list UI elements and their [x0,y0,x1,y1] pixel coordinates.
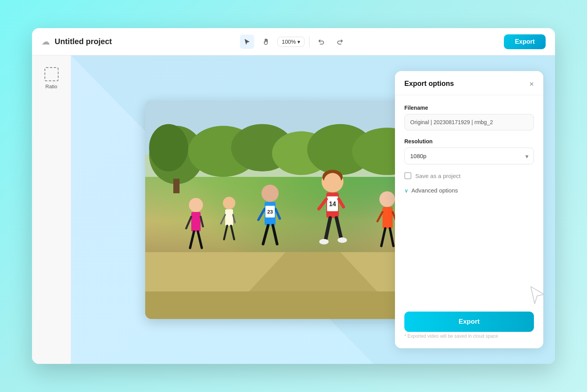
header: ☁ Untitled project 100% ▾ [32,28,555,55]
svg-line-50 [377,212,382,221]
svg-line-19 [201,217,203,226]
zoom-level: 100% [282,39,296,45]
ratio-icon [44,67,59,81]
svg-line-26 [224,226,227,239]
svg-line-18 [186,217,191,228]
svg-point-38 [324,173,341,190]
svg-rect-49 [382,207,393,228]
save-project-label: Save as a project [415,173,461,179]
svg-line-30 [258,209,265,220]
main-area: Ratio [32,55,555,364]
cloud-icon: ☁ [41,37,50,47]
svg-text:23: 23 [267,209,273,215]
redo-button[interactable] [333,35,347,49]
svg-line-31 [276,209,280,219]
project-title: Untitled project [55,37,112,46]
save-project-checkbox[interactable] [404,172,411,179]
hand-tool-button[interactable] [259,35,273,49]
svg-line-27 [231,226,234,239]
export-panel: Export options × Filename Resolution 720… [395,71,543,348]
resolution-select[interactable]: 720p 1080p 2K 4K [404,148,534,164]
resolution-field: Resolution 720p 1080p 2K 4K ▾ [404,138,534,164]
resolution-label: Resolution [404,138,534,144]
sidebar-item-label: Ratio [45,84,57,89]
svg-line-44 [326,218,330,240]
svg-line-21 [198,232,202,248]
svg-line-43 [339,199,343,207]
svg-rect-17 [191,212,201,232]
svg-point-22 [223,197,235,209]
svg-point-28 [261,185,279,202]
export-panel-header: Export options × [395,71,543,95]
undo-button[interactable] [314,35,328,49]
export-panel-button[interactable]: Export [404,312,534,332]
sidebar: Ratio [32,55,71,364]
filename-input[interactable] [404,114,534,130]
export-header-button[interactable]: Export [504,34,546,49]
svg-point-47 [338,237,347,243]
svg-line-52 [381,228,385,246]
svg-line-42 [319,199,326,209]
pointer-tool-button[interactable] [240,35,254,49]
close-export-panel-button[interactable]: × [529,80,534,88]
export-panel-body: Filename Resolution 720p 1080p 2K 4K [395,95,543,348]
chevron-down-icon: ▾ [297,39,300,45]
header-center: 100% ▾ [240,35,347,49]
svg-line-24 [221,215,225,224]
filename-label: Filename [404,105,534,111]
svg-point-16 [189,198,203,212]
svg-rect-23 [225,209,233,226]
export-note: * Exported video will be saved in cloud … [404,333,534,339]
divider [309,36,310,47]
advanced-options-row[interactable]: ∨ Advanced options [404,187,534,194]
export-action-area: Export * Exported video will be saved in… [404,312,534,339]
resolution-select-wrapper: 720p 1080p 2K 4K ▾ [404,148,534,164]
svg-text:14: 14 [329,201,336,207]
filename-field: Filename [404,105,534,130]
svg-line-53 [390,228,393,246]
svg-line-33 [273,225,277,244]
svg-line-25 [233,215,235,223]
svg-marker-60 [531,287,543,304]
export-panel-title: Export options [404,80,454,88]
svg-point-48 [379,191,395,207]
cursor-arrow-icon [528,286,543,305]
header-right: Export [504,34,546,49]
svg-line-20 [190,232,194,248]
advanced-options-label: Advanced options [411,187,458,194]
zoom-selector[interactable]: 100% ▾ [277,37,304,47]
svg-point-46 [319,239,329,244]
app-window: ☁ Untitled project 100% ▾ [32,28,555,364]
save-project-row: Save as a project [404,172,534,179]
canvas-area: 23 14 [71,55,555,364]
svg-line-45 [336,218,341,238]
chevron-icon: ∨ [404,187,408,194]
sidebar-item-ratio[interactable]: Ratio [36,63,67,93]
svg-line-32 [263,225,268,244]
